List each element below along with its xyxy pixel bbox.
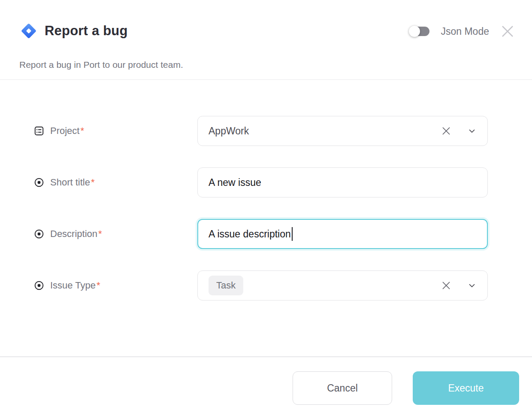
issue-type-label: Issue Type* bbox=[50, 280, 100, 291]
short-title-label-group: Short title* bbox=[33, 177, 197, 188]
form-row-project: Project* AppWork bbox=[33, 116, 488, 146]
form-row-issue-type: Issue Type* Task bbox=[33, 270, 488, 301]
required-asterisk: * bbox=[98, 228, 102, 239]
circle-dot-icon bbox=[33, 228, 45, 240]
issue-type-label-group: Issue Type* bbox=[33, 280, 197, 291]
short-title-input[interactable] bbox=[209, 168, 477, 197]
project-select-controls bbox=[441, 125, 477, 137]
issue-type-select[interactable]: Task bbox=[197, 270, 488, 301]
header-controls: Json Mode bbox=[410, 23, 516, 39]
required-asterisk: * bbox=[91, 177, 95, 188]
required-asterisk: * bbox=[80, 125, 84, 136]
json-mode-label: Json Mode bbox=[441, 26, 489, 37]
modal-header: Report a bug Json Mode Report a bug in P… bbox=[0, 0, 532, 80]
project-label-group: Project* bbox=[33, 125, 197, 137]
modal-subtitle: Report a bug in Port to our product team… bbox=[19, 60, 183, 70]
toggle-knob[interactable] bbox=[409, 26, 420, 37]
close-icon bbox=[500, 24, 515, 39]
clear-icon[interactable] bbox=[441, 125, 452, 137]
circle-dot-icon bbox=[33, 280, 45, 291]
modal-title-group: Report a bug bbox=[19, 21, 128, 40]
project-select-value: AppWork bbox=[209, 125, 249, 137]
short-title-label: Short title* bbox=[50, 177, 95, 188]
chevron-down-icon[interactable] bbox=[467, 126, 477, 136]
description-input-value: A issue description bbox=[209, 228, 291, 240]
report-bug-modal: Report a bug Json Mode Report a bug in P… bbox=[0, 0, 532, 419]
project-label: Project* bbox=[50, 125, 84, 137]
issue-type-select-controls bbox=[441, 280, 477, 291]
modal-footer: Cancel Execute bbox=[0, 356, 532, 419]
form-row-description: Description* A issue description bbox=[33, 219, 488, 249]
list-icon bbox=[33, 125, 45, 137]
short-title-field[interactable] bbox=[197, 167, 488, 197]
jira-icon bbox=[19, 21, 38, 40]
selected-option-chip[interactable]: Task bbox=[209, 276, 243, 295]
required-asterisk: * bbox=[97, 280, 100, 291]
text-cursor bbox=[292, 227, 293, 241]
json-mode-toggle[interactable] bbox=[410, 27, 429, 36]
description-label-group: Description* bbox=[33, 228, 197, 240]
clear-icon[interactable] bbox=[441, 280, 452, 291]
description-field[interactable]: A issue description bbox=[197, 219, 488, 249]
form-body: Project* AppWork bbox=[0, 80, 532, 356]
modal-title: Report a bug bbox=[45, 23, 128, 39]
form-row-short-title: Short title* bbox=[33, 167, 488, 197]
cancel-button[interactable]: Cancel bbox=[293, 371, 392, 405]
execute-button[interactable]: Execute bbox=[413, 371, 519, 405]
chevron-down-icon[interactable] bbox=[467, 281, 477, 290]
close-button[interactable] bbox=[499, 23, 516, 39]
description-label: Description* bbox=[50, 228, 102, 240]
project-select[interactable]: AppWork bbox=[197, 116, 488, 146]
circle-dot-icon bbox=[33, 177, 45, 188]
